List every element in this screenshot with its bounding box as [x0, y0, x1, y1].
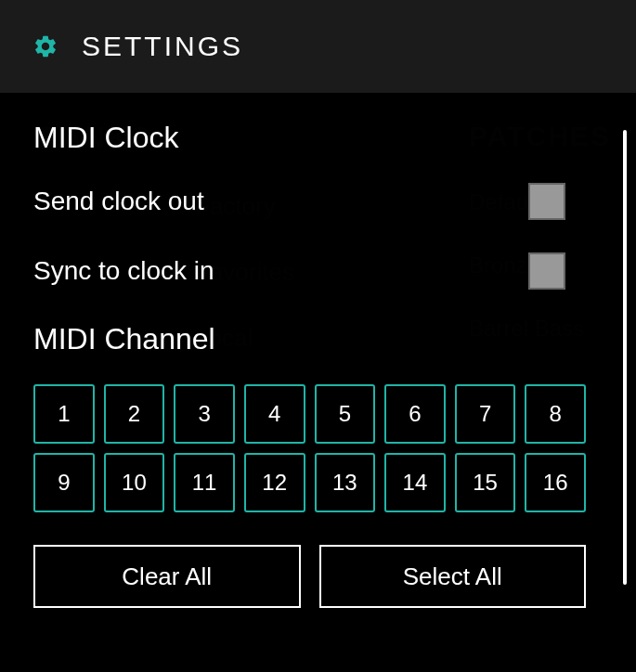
- send-clock-label: Send clock out: [33, 187, 204, 216]
- sync-clock-row: Sync to clock in: [33, 252, 603, 290]
- channel-button-9[interactable]: 9: [33, 453, 95, 512]
- channel-button-15[interactable]: 15: [455, 453, 516, 512]
- channel-button-4[interactable]: 4: [244, 384, 305, 444]
- send-clock-row: Send clock out: [33, 183, 603, 220]
- settings-header: SETTINGS: [0, 0, 636, 93]
- channel-actions: Clear All Select All: [33, 545, 603, 608]
- channel-button-16[interactable]: 16: [525, 453, 586, 512]
- select-all-button[interactable]: Select All: [319, 545, 587, 608]
- channel-button-11[interactable]: 11: [174, 453, 235, 512]
- channel-button-14[interactable]: 14: [384, 453, 446, 512]
- channel-button-2[interactable]: 2: [104, 384, 165, 444]
- channel-button-5[interactable]: 5: [315, 384, 376, 444]
- midi-clock-heading: MIDI Clock: [33, 121, 603, 155]
- scrollbar[interactable]: [623, 130, 627, 585]
- clear-all-button[interactable]: Clear All: [33, 545, 301, 608]
- channel-button-3[interactable]: 3: [174, 384, 235, 444]
- channel-button-6[interactable]: 6: [384, 384, 446, 444]
- settings-title: SETTINGS: [82, 31, 243, 62]
- channel-grid: 1 2 3 4 5 6 7 8 9 10 11 12 13 14 15 16: [33, 384, 603, 512]
- send-clock-toggle[interactable]: [528, 183, 565, 220]
- channel-button-7[interactable]: 7: [455, 384, 516, 444]
- channel-button-10[interactable]: 10: [104, 453, 165, 512]
- gear-icon: [32, 33, 58, 59]
- sync-clock-toggle[interactable]: [528, 252, 565, 290]
- channel-button-8[interactable]: 8: [525, 384, 586, 444]
- sync-clock-label: Sync to clock in: [33, 256, 214, 286]
- channel-button-12[interactable]: 12: [244, 453, 305, 512]
- channel-button-13[interactable]: 13: [315, 453, 376, 512]
- midi-channel-heading: MIDI Channel: [33, 322, 603, 356]
- settings-content: MIDI Clock Send clock out Sync to clock …: [0, 93, 636, 627]
- channel-button-1[interactable]: 1: [33, 384, 95, 444]
- settings-overlay: SETTINGS MIDI Clock Send clock out Sync …: [0, 0, 636, 672]
